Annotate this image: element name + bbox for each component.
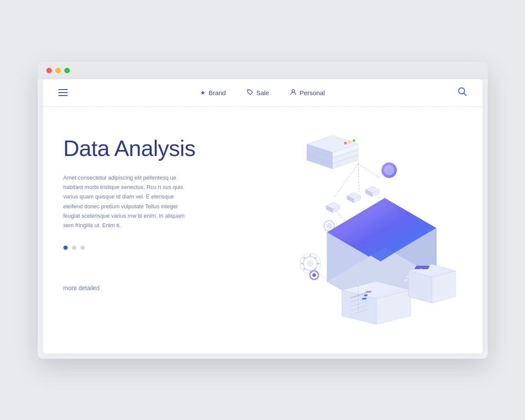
nav-brand-label: Brand (209, 89, 226, 96)
svg-line-14 (358, 164, 359, 192)
dot-yellow[interactable] (55, 68, 61, 73)
hero-left: Data Analysis Amet consectetur adipiscin… (63, 127, 243, 292)
svg-point-1 (292, 90, 294, 92)
tag-icon (246, 89, 253, 97)
star-icon: ★ (200, 89, 206, 96)
svg-rect-43 (365, 291, 371, 293)
svg-point-17 (384, 165, 394, 175)
hero-title: Data Analysis (63, 136, 243, 162)
hero-dots (63, 246, 243, 250)
navbar: ★ Brand Sale (43, 79, 483, 106)
svg-point-0 (248, 90, 249, 91)
nav-item-brand[interactable]: ★ Brand (200, 89, 226, 96)
nav-item-sale[interactable]: Sale (246, 89, 269, 97)
hero-dot-1[interactable] (63, 246, 68, 250)
svg-rect-29 (301, 263, 303, 264)
browser-content: ★ Brand Sale (43, 79, 483, 354)
hero-section: Data Analysis Amet consectetur adipiscin… (43, 107, 483, 354)
dot-red[interactable] (46, 68, 52, 73)
person-icon (290, 89, 297, 97)
browser-window: ★ Brand Sale (38, 62, 488, 359)
svg-point-10 (344, 142, 347, 144)
svg-rect-30 (317, 263, 320, 264)
hero-dot-2[interactable] (72, 246, 76, 250)
search-button[interactable] (458, 87, 467, 99)
svg-line-3 (464, 93, 466, 96)
svg-point-26 (307, 260, 314, 267)
nav-item-personal[interactable]: Personal (290, 89, 325, 97)
svg-rect-46 (414, 266, 430, 269)
nav-personal-label: Personal (300, 89, 325, 96)
svg-rect-27 (309, 254, 311, 257)
isometric-scene (248, 123, 471, 337)
svg-point-11 (348, 141, 351, 143)
hero-illustration (243, 127, 462, 333)
hamburger-menu[interactable] (58, 89, 68, 96)
nav-items: ★ Brand Sale (200, 89, 325, 97)
svg-point-36 (312, 273, 316, 277)
more-detailed-link[interactable]: more detailed (63, 285, 100, 291)
browser-titlebar (38, 62, 488, 79)
nav-sale-label: Sale (256, 89, 269, 96)
svg-point-19 (326, 223, 332, 229)
svg-point-12 (353, 139, 355, 142)
svg-line-13 (358, 164, 381, 179)
dot-green[interactable] (64, 68, 70, 73)
hero-description: Amet consectetur adipiscing elit pellent… (63, 173, 192, 230)
hero-dot-3[interactable] (81, 246, 85, 250)
